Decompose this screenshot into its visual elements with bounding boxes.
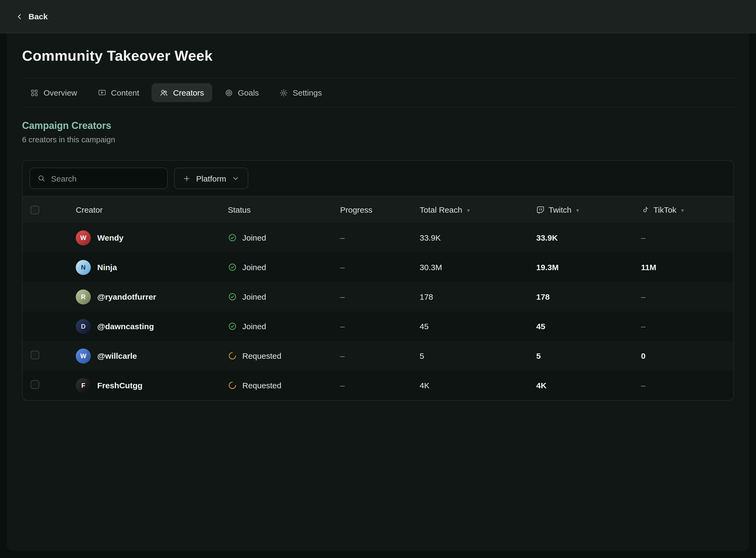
avatar: R <box>76 289 91 304</box>
avatar: N <box>76 260 91 275</box>
tiktok-value: – <box>641 292 733 301</box>
row-checkbox[interactable] <box>31 351 39 359</box>
tab-bar: Overview Content Creators Goals Settings <box>22 78 734 107</box>
tiktok-value: – <box>641 381 733 390</box>
total-reach-value: 4K <box>420 381 536 390</box>
avatar: D <box>76 319 91 334</box>
requested-spinner-icon <box>228 351 237 360</box>
total-reach-value: 5 <box>420 351 536 360</box>
platform-filter-label: Platform <box>196 174 226 183</box>
select-all-checkbox[interactable] <box>31 205 39 214</box>
twitch-value: 4K <box>536 381 641 390</box>
joined-check-icon <box>228 292 237 301</box>
tiktok-value: – <box>641 322 733 331</box>
progress-value: – <box>340 351 420 360</box>
column-header-twitch[interactable]: Twitch▼ <box>536 205 641 214</box>
tiktok-value: – <box>641 233 733 242</box>
column-header-status: Status <box>228 205 340 214</box>
requested-spinner-icon <box>228 381 237 390</box>
progress-value: – <box>340 263 420 272</box>
back-button[interactable]: Back <box>15 12 48 21</box>
progress-value: – <box>340 292 420 301</box>
creator-name: @ryandotfurrer <box>97 292 156 301</box>
creator-name: @dawncasting <box>97 322 154 331</box>
total-reach-value: 30.3M <box>420 263 536 272</box>
tab-label: Overview <box>44 88 77 97</box>
tab-creators[interactable]: Creators <box>151 83 212 102</box>
creator-name: FreshCutgg <box>97 381 142 390</box>
back-label: Back <box>28 12 48 21</box>
tab-label: Creators <box>173 88 204 97</box>
table-row[interactable]: W Wendy Joined – 33.9K 33.9K – <box>23 223 733 252</box>
status-label: Joined <box>242 292 266 301</box>
row-checkbox[interactable] <box>31 380 39 389</box>
joined-check-icon <box>228 233 237 242</box>
table-row[interactable]: W @willcarle Requested – 5 5 0 <box>23 341 733 371</box>
column-header-total-reach[interactable]: Total Reach▼ <box>420 205 536 214</box>
total-reach-value: 45 <box>420 322 536 331</box>
tiktok-value: 11M <box>641 263 733 272</box>
gear-icon <box>279 88 288 97</box>
grid-icon <box>30 88 39 97</box>
plus-icon <box>183 174 191 182</box>
tiktok-value: 0 <box>641 351 733 360</box>
app-window: Back Community Takeover Week Overview Co… <box>0 0 756 558</box>
status-label: Joined <box>242 322 266 331</box>
tab-content[interactable]: Content <box>90 83 147 102</box>
main-panel: Community Takeover Week Overview Content… <box>7 33 749 551</box>
avatar: W <box>76 230 91 245</box>
monitor-play-icon <box>98 88 106 97</box>
creator-name: Ninja <box>97 263 117 272</box>
table-row[interactable]: R @ryandotfurrer Joined – 178 178 – <box>23 282 733 311</box>
twitch-value: 5 <box>536 351 641 360</box>
search-icon <box>37 174 46 183</box>
tab-goals[interactable]: Goals <box>216 83 267 102</box>
tab-settings[interactable]: Settings <box>271 83 330 102</box>
table-row[interactable]: N Ninja Joined – 30.3M 19.3M 11M <box>23 252 733 282</box>
sort-desc-icon: ▼ <box>575 208 580 213</box>
twitch-value: 19.3M <box>536 263 641 272</box>
twitch-icon <box>536 205 545 214</box>
tab-overview[interactable]: Overview <box>22 83 85 102</box>
joined-check-icon <box>228 322 237 331</box>
tab-label: Content <box>111 88 139 97</box>
total-reach-value: 33.9K <box>420 233 536 242</box>
creator-name: Wendy <box>97 233 124 242</box>
table-body: W Wendy Joined – 33.9K 33.9K – N Ninja J… <box>23 223 733 400</box>
tiktok-icon <box>641 205 650 214</box>
search-input[interactable] <box>51 174 160 183</box>
status-label: Requested <box>242 351 281 360</box>
progress-value: – <box>340 322 420 331</box>
progress-value: – <box>340 381 420 390</box>
twitch-value: 178 <box>536 292 641 301</box>
status-label: Joined <box>242 233 266 242</box>
column-header-creator: Creator <box>76 205 228 214</box>
sort-desc-icon: ▼ <box>680 208 685 213</box>
twitch-value: 33.9K <box>536 233 641 242</box>
tab-label: Settings <box>293 88 322 97</box>
column-header-progress: Progress <box>340 205 420 214</box>
table-row[interactable]: D @dawncasting Joined – 45 45 – <box>23 311 733 341</box>
top-bar: Back <box>0 0 756 33</box>
table-toolbar: Platform <box>23 160 733 196</box>
total-reach-value: 178 <box>420 292 536 301</box>
platform-filter-button[interactable]: Platform <box>174 168 248 189</box>
joined-check-icon <box>228 263 237 272</box>
search-box <box>29 168 168 189</box>
tab-label: Goals <box>238 88 259 97</box>
column-header-tiktok[interactable]: TikTok▼ <box>641 205 733 214</box>
target-icon <box>224 88 233 97</box>
creator-name: @willcarle <box>97 351 137 360</box>
status-label: Joined <box>242 263 266 272</box>
creators-card: Platform Creator Status Progress Total R… <box>22 160 734 401</box>
users-icon <box>160 88 168 97</box>
page-title: Community Takeover Week <box>22 48 734 65</box>
status-label: Requested <box>242 381 281 390</box>
chevron-down-icon <box>231 174 240 182</box>
twitch-value: 45 <box>536 322 641 331</box>
progress-value: – <box>340 233 420 242</box>
table-header: Creator Status Progress Total Reach▼ Twi… <box>23 196 733 223</box>
avatar: F <box>76 378 91 393</box>
table-row[interactable]: F FreshCutgg Requested – 4K 4K – <box>23 371 733 400</box>
section-subtitle: 6 creators in this campaign <box>22 135 734 144</box>
